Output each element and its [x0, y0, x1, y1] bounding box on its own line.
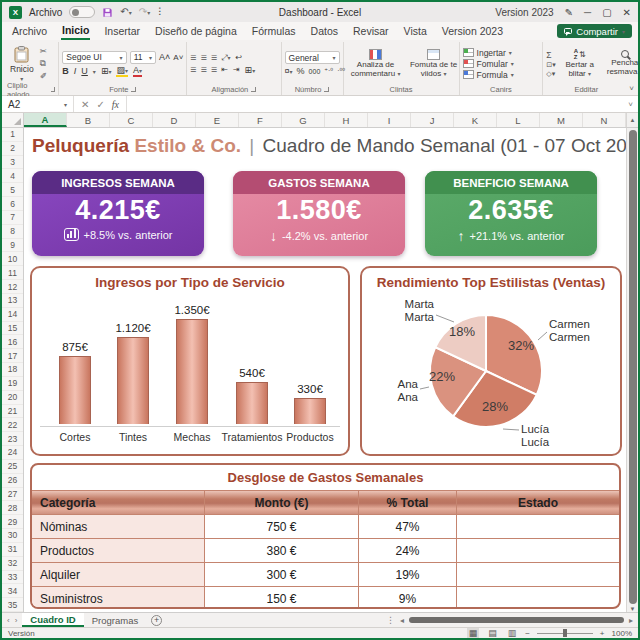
ribbon-tab-insertar[interactable]: Insertar [103, 24, 141, 39]
underline-button[interactable]: U [81, 66, 88, 76]
column-header-k[interactable]: K [454, 113, 497, 127]
cut-icon[interactable]: ✂ [40, 46, 47, 56]
conditional-formatting-button[interactable]: Analiza de commentaru ▾ [347, 43, 405, 84]
ribbon-tab-dise-o-de-p-gina[interactable]: Diseño de página [154, 24, 238, 39]
redo-icon[interactable]: ↷▾ [139, 7, 150, 17]
row-header-14[interactable]: 14 [2, 308, 23, 322]
sheet-prev-icon[interactable]: ‹ [7, 616, 10, 625]
tab-splitter-icon[interactable]: ⋮ [386, 615, 395, 625]
row-header-2[interactable]: 2 [2, 142, 23, 156]
page-layout-view-icon[interactable]: ▤ [486, 628, 499, 638]
align-middle-icon[interactable]: ☰ [201, 54, 206, 62]
titlebar-archivo-label[interactable]: Archivo [29, 7, 62, 18]
row-header-12[interactable]: 12 [2, 280, 23, 294]
decrease-indent-icon[interactable]: ⇤ [221, 65, 228, 74]
row-header-7[interactable]: 7 [2, 211, 23, 225]
scroll-up-icon[interactable]: ▲ [626, 113, 638, 127]
autosum-icon[interactable]: Σ [546, 50, 555, 60]
maximize-button[interactable]: ▢ [602, 7, 611, 18]
row-header-26[interactable]: 26 [2, 474, 23, 488]
align-left-icon[interactable]: ☰ [190, 66, 195, 74]
row-header-4[interactable]: 4 [2, 169, 23, 183]
percent-style-icon[interactable]: % [297, 66, 305, 76]
row-header-35[interactable]: 35 [2, 598, 23, 612]
ribbon-tab-revisar[interactable]: Revisar [352, 24, 390, 39]
dialog-launcher-icon[interactable] [251, 87, 256, 92]
column-header-n[interactable]: N [583, 113, 626, 127]
shrink-font-icon[interactable]: A˅ [173, 53, 183, 62]
save-icon[interactable] [102, 7, 113, 18]
ribbon-tab-datos[interactable]: Datos [310, 24, 339, 39]
row-header-20[interactable]: 20 [2, 391, 23, 405]
row-header-23[interactable]: 23 [2, 432, 23, 446]
grow-font-icon[interactable]: A˄ [159, 52, 170, 62]
row-header-25[interactable]: 25 [2, 460, 23, 474]
vertical-scrollbar[interactable]: ▼ [626, 128, 638, 612]
normal-view-icon[interactable]: ▦ [467, 628, 480, 638]
row-header-15[interactable]: 15 [2, 322, 23, 336]
table-row[interactable]: Alquiler300 €19% [32, 562, 619, 586]
increase-indent-icon[interactable]: ⇥ [233, 65, 240, 74]
paste-button[interactable]: Rnicio ▾ [7, 43, 37, 84]
wrap-text-icon[interactable]: ↩ [236, 53, 243, 62]
format-painter-icon[interactable]: ✐ [40, 71, 47, 81]
ribbon-tab-version-2023[interactable]: Version 2023 [441, 24, 504, 39]
sheet-canvas[interactable]: Peluquería Estilo & Co. | Cuadro de Mand… [24, 128, 626, 612]
zoom-slider[interactable] [537, 633, 593, 634]
column-header-m[interactable]: M [540, 113, 583, 127]
quick-access-toolbar-icon[interactable]: ᎒ [157, 7, 162, 17]
column-header-e[interactable]: E [196, 113, 239, 127]
insert-cells-button[interactable]: Ingertar▾ [463, 48, 540, 58]
cancel-icon[interactable]: ✕ [81, 99, 89, 110]
autosave-toggle[interactable] [69, 6, 95, 18]
clear-icon[interactable]: ◇▾ [546, 70, 555, 78]
close-button[interactable]: ✕ [623, 7, 631, 18]
row-header-3[interactable]: 3 [2, 156, 23, 170]
row-header-1[interactable]: 1 [2, 128, 23, 142]
number-format-select[interactable]: General▾ [285, 51, 340, 64]
find-select-button[interactable]: Pencha resmava ▾ [604, 43, 640, 84]
table-row[interactable]: Nóminas750 €47% [32, 514, 619, 538]
row-header-27[interactable]: 27 [2, 488, 23, 502]
merge-center-icon[interactable]: ⊞▾ [245, 65, 256, 75]
align-right-icon[interactable]: ☰ [211, 66, 216, 74]
font-color-icon[interactable]: A▾ [133, 66, 142, 77]
row-header-5[interactable]: 5 [2, 183, 23, 197]
hscroll-right-icon[interactable]: ▸ [629, 616, 633, 625]
share-button[interactable]: Compartir ▾ [557, 24, 632, 38]
bold-button[interactable]: B [62, 66, 69, 76]
ribbon-tab-archivo[interactable]: Archivo [11, 24, 48, 39]
row-header-24[interactable]: 24 [2, 446, 23, 460]
align-center-icon[interactable]: ☰ [201, 66, 206, 74]
table-row[interactable]: Productos380 €24% [32, 538, 619, 562]
fill-color-icon[interactable]: ▨▾ [116, 66, 128, 77]
sheet-next-icon[interactable]: › [15, 616, 18, 625]
expand-formula-bar-icon[interactable]: ˅ [623, 100, 638, 109]
vertical-scrollbar-thumb[interactable] [629, 130, 637, 604]
font-size-select[interactable]: 11▾ [130, 51, 156, 64]
italic-button[interactable]: I [74, 66, 77, 76]
column-header-j[interactable]: J [411, 113, 454, 127]
column-header-a[interactable]: A [24, 113, 67, 127]
ribbon-tab-vista[interactable]: Vista [403, 24, 428, 39]
sort-filter-button[interactable]: AZ⇅ Bertar a blitar ▾ [560, 43, 600, 84]
insert-function-icon[interactable]: fx [112, 99, 119, 110]
comma-style-icon[interactable]: 000 [309, 68, 321, 75]
column-header-f[interactable]: F [239, 113, 282, 127]
row-header-11[interactable]: 11 [2, 266, 23, 280]
zoom-out-icon[interactable]: − [525, 629, 530, 638]
select-all-corner[interactable] [2, 113, 24, 127]
column-header-h[interactable]: H [325, 113, 368, 127]
font-name-select[interactable]: Segoe UI▾ [62, 51, 126, 64]
row-header-22[interactable]: 22 [2, 418, 23, 432]
row-header-9[interactable]: 9 [2, 239, 23, 253]
orientation-icon[interactable]: ⤢▾ [221, 53, 230, 63]
delete-cells-button[interactable]: Fomular▾ [463, 59, 540, 69]
sheet-tab-cuadro-id[interactable]: Cuadro ID [22, 613, 83, 627]
row-header-21[interactable]: 21 [2, 405, 23, 419]
row-header-19[interactable]: 19 [2, 377, 23, 391]
align-top-icon[interactable]: ☰ [190, 54, 195, 62]
copy-icon[interactable]: ⧉ [40, 58, 47, 69]
column-header-b[interactable]: B [67, 113, 110, 127]
undo-icon[interactable]: ↶▾ [120, 7, 131, 17]
